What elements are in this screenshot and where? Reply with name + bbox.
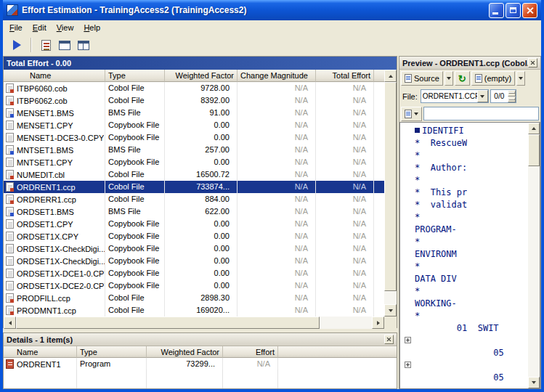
bookmark-dropdown-button[interactable] bbox=[401, 107, 422, 121]
vertical-scrollbar[interactable] bbox=[384, 70, 397, 317]
menu-item[interactable]: File bbox=[4, 22, 28, 33]
maximize-button[interactable] bbox=[506, 3, 521, 18]
table-row[interactable]: ORDSET1.CPY Copybook File 0.00 N/A N/A bbox=[4, 218, 384, 230]
code-text: DATA DIV bbox=[415, 274, 457, 284]
scroll-down-button[interactable] bbox=[384, 304, 397, 317]
report-button[interactable] bbox=[36, 36, 55, 54]
table-row[interactable]: ORDSET1X-DCE1-0.CPY Copybook File 0.00 N… bbox=[4, 267, 384, 279]
column-header-type[interactable]: Type bbox=[105, 70, 165, 82]
source-button[interactable]: Source bbox=[401, 71, 443, 86]
table-row[interactable]: MNTSET1.CPY Copybook File 0.00 N/A N/A bbox=[4, 156, 384, 168]
file-icon bbox=[6, 232, 14, 241]
cell-weighted-factor: 733874... bbox=[165, 181, 238, 193]
code-text: * Author: bbox=[415, 163, 467, 173]
details-panel: Details - 1 item(s) Name Type Weighted F… bbox=[3, 332, 397, 389]
close-preview-button[interactable] bbox=[528, 58, 537, 68]
fold-icon[interactable] bbox=[405, 337, 411, 343]
horizontal-scrollbar[interactable] bbox=[4, 317, 384, 329]
table-row[interactable]: PRODFILL.ccp Cobol File 2898.30 N/A N/A bbox=[4, 292, 384, 304]
vertical-scroll-thumb[interactable] bbox=[384, 82, 397, 291]
page-icon bbox=[405, 110, 412, 118]
table-row[interactable]: PRODMNT1.ccp Cobol File 169020... N/A N/… bbox=[4, 304, 384, 317]
cell-type: BMS File bbox=[105, 107, 165, 119]
spin-down-button[interactable] bbox=[508, 97, 516, 103]
details-column-effort[interactable]: Effort bbox=[223, 346, 278, 358]
file-icon bbox=[6, 170, 14, 179]
menu-item[interactable]: View bbox=[52, 22, 79, 33]
cell-total-effort: N/A bbox=[316, 131, 374, 144]
details-column-name[interactable]: Name bbox=[4, 346, 77, 358]
cell-total-effort: N/A bbox=[316, 230, 374, 242]
file-list: ITBP6060.cob Cobol File 9728.00 N/A N/A … bbox=[4, 82, 384, 317]
fold-icon[interactable] bbox=[405, 362, 411, 368]
table-row[interactable]: ORDSET1X-CheckDigi... Copybook File 0.00… bbox=[4, 242, 384, 255]
table-row[interactable]: ITBP6062.cob Cobol File 8392.00 N/A N/A bbox=[4, 94, 384, 107]
details-column-filler bbox=[278, 346, 397, 358]
fold-gutter[interactable] bbox=[400, 362, 415, 368]
empty-button[interactable]: (empty) bbox=[471, 71, 515, 86]
table-row[interactable]: MENSET1-DCE3-0.CPY Copybook File 0.00 N/… bbox=[4, 131, 384, 144]
source-dropdown-button[interactable] bbox=[444, 71, 453, 86]
table-row[interactable]: ORDRERR1.ccp Cobol File 884.00 N/A N/A bbox=[4, 193, 384, 205]
code-text: * bbox=[415, 261, 420, 271]
table-row[interactable]: ORDSET1.BMS BMS File 622.00 N/A N/A bbox=[4, 205, 384, 218]
code-preview[interactable]: IDENTIFI * RescueW * bbox=[399, 122, 540, 389]
menu-item[interactable]: Edit bbox=[28, 22, 52, 33]
scroll-right-button[interactable] bbox=[372, 317, 384, 329]
column-header-weighted-factor[interactable]: Weighted Factor bbox=[165, 70, 238, 82]
minimize-button[interactable] bbox=[489, 3, 504, 18]
search-input[interactable] bbox=[423, 107, 539, 121]
details-column-type[interactable]: Type bbox=[77, 346, 147, 358]
column-header-change-magnitude[interactable]: Change Magnitude bbox=[238, 70, 316, 82]
window-button[interactable] bbox=[55, 36, 74, 54]
table-row[interactable]: ORDRENT1.ccp Cobol File 733874... N/A N/… bbox=[4, 181, 384, 193]
cell-weighted-factor: 0.00 bbox=[165, 230, 238, 242]
split-window-icon bbox=[78, 41, 89, 50]
cell-total-effort: N/A bbox=[316, 107, 374, 119]
table-row[interactable]: MENSET1.CPY Copybook File 0.00 N/A N/A bbox=[4, 119, 384, 131]
horizontal-scroll-thumb[interactable] bbox=[16, 317, 320, 329]
file-icon bbox=[6, 269, 14, 278]
empty-dropdown-button[interactable] bbox=[516, 71, 525, 86]
scroll-up-button[interactable] bbox=[384, 70, 397, 82]
titlebar[interactable]: Effort Estimation - TrainingAccess2 (Tra… bbox=[3, 0, 541, 20]
close-details-button[interactable] bbox=[384, 335, 394, 344]
cell-type: Program bbox=[77, 358, 147, 370]
close-button[interactable] bbox=[522, 3, 537, 18]
file-combobox[interactable]: ORDRENT1.CCF bbox=[421, 89, 489, 103]
table-row[interactable]: NUMEDIT.cbl Cobol File 16500.72 N/A N/A bbox=[4, 168, 384, 181]
cell-change-magnitude: N/A bbox=[238, 279, 316, 292]
column-header-total-effort[interactable]: Total Effort bbox=[316, 70, 374, 82]
file-icon bbox=[6, 293, 14, 303]
table-row[interactable]: ORDSET1X-CheckDigi... Copybook File 0.00… bbox=[4, 255, 384, 267]
scroll-down-button[interactable] bbox=[528, 377, 540, 388]
table-row[interactable]: MNTSET1.BMS BMS File 257.00 N/A N/A bbox=[4, 144, 384, 156]
column-divider bbox=[277, 369, 278, 388]
preview-scroll-thumb[interactable] bbox=[528, 134, 540, 166]
preview-vertical-scrollbar[interactable] bbox=[528, 123, 540, 388]
file-icon bbox=[6, 108, 14, 118]
cell-weighted-factor: 0.00 bbox=[165, 218, 238, 230]
empty-label: (empty) bbox=[484, 74, 511, 83]
code-line: IDENTIFI bbox=[400, 124, 528, 136]
column-header-name[interactable]: Name bbox=[4, 70, 105, 82]
file-combobox-dropdown[interactable] bbox=[477, 90, 488, 102]
run-button[interactable] bbox=[7, 36, 26, 54]
scroll-left-button[interactable] bbox=[4, 317, 16, 329]
spin-up-button[interactable] bbox=[508, 90, 516, 97]
refresh-button[interactable]: ↻ bbox=[455, 71, 470, 86]
fold-gutter[interactable] bbox=[400, 337, 415, 343]
table-row[interactable]: ORDSET1X-DCE2-0.CPY Copybook File 0.00 N… bbox=[4, 279, 384, 292]
details-header: Details - 1 item(s) bbox=[4, 333, 397, 346]
match-spinner[interactable]: 0/0 bbox=[490, 89, 516, 103]
split-window-button[interactable] bbox=[74, 36, 93, 54]
table-row[interactable]: ITBP6060.cob Cobol File 9728.00 N/A N/A bbox=[4, 82, 384, 94]
table-row[interactable]: ORDSET1X.CPY Copybook File 0.00 N/A N/A bbox=[4, 230, 384, 242]
scroll-up-button[interactable] bbox=[528, 123, 540, 134]
cell-name: ORDRENT1 bbox=[4, 358, 77, 370]
menu-item[interactable]: Help bbox=[78, 22, 105, 33]
table-row[interactable]: MENSET1.BMS BMS File 91.00 N/A N/A bbox=[4, 107, 384, 119]
details-column-weighted-factor[interactable]: Weighted Factor bbox=[147, 346, 223, 358]
cell-total-effort: N/A bbox=[316, 119, 374, 131]
details-row[interactable]: ORDRENT1 Program 73299... N/A bbox=[4, 358, 397, 370]
